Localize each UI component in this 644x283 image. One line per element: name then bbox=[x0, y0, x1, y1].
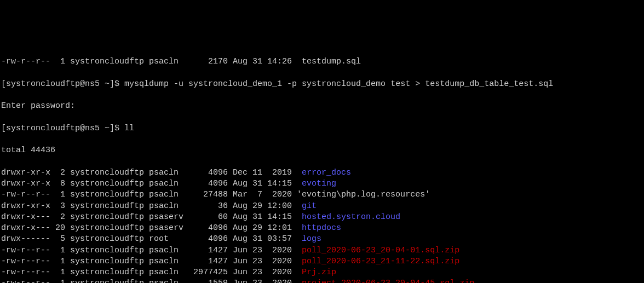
file-name: hosted.systron.cloud bbox=[302, 212, 400, 222]
enter-password-line: Enter password: bbox=[1, 101, 644, 112]
file-metadata: -rw-r--r-- 1 systroncloudftp psacln 2748… bbox=[1, 190, 297, 199]
file-name: Prj.zip bbox=[302, 268, 336, 277]
file-name: 'evoting\php.log.resources' bbox=[297, 190, 430, 199]
list-item: drwxr-xr-x 3 systroncloudftp psacln 36 A… bbox=[1, 201, 644, 212]
list-item: drwxr-x--- 2 systroncloudftp psaserv 60 … bbox=[1, 212, 644, 223]
prompt-2: [systroncloudftp@ns5 ~]$ bbox=[1, 124, 124, 133]
file-metadata: drwxr-xr-x 2 systroncloudftp psacln 4096… bbox=[1, 168, 302, 177]
command-line-1: [systroncloudftp@ns5 ~]$ mysqldump -u sy… bbox=[1, 79, 644, 90]
list-item: -rw-r--r-- 1 systroncloudftp psacln 1427… bbox=[1, 245, 644, 256]
file-listing: drwxr-xr-x 2 systroncloudftp psacln 4096… bbox=[1, 168, 644, 283]
list-item: drwx------ 5 systroncloudftp root 4096 A… bbox=[1, 234, 644, 245]
file-name: poll_2020-06-23_21-11-22.sql.zip bbox=[302, 257, 459, 266]
list-item: drwxr-x--- 20 systroncloudftp psaserv 40… bbox=[1, 223, 644, 234]
file-metadata: drwxr-x--- 20 systroncloudftp psaserv 40… bbox=[1, 223, 302, 233]
list-item: drwxr-xr-x 2 systroncloudftp psacln 4096… bbox=[1, 168, 644, 178]
list-item: -rw-r--r-- 1 systroncloudftp psacln 2748… bbox=[1, 189, 644, 200]
file-metadata: -rw-r--r-- 1 systroncloudftp psacln 1427… bbox=[1, 257, 302, 266]
file-metadata: drwxr-xr-x 3 systroncloudftp psacln 36 A… bbox=[1, 201, 302, 211]
total-line: total 44436 bbox=[1, 145, 644, 156]
file-metadata: drwxr-x--- 2 systroncloudftp psaserv 60 … bbox=[1, 212, 302, 222]
file-metadata: drwxr-xr-x 8 systroncloudftp psacln 4096… bbox=[1, 179, 302, 188]
file-name: poll_2020-06-23_20-04-01.sql.zip bbox=[302, 246, 459, 255]
list-item: -rw-r--r-- 1 systroncloudftp psacln 1559… bbox=[1, 278, 644, 283]
file-metadata: -rw-r--r-- 1 systroncloudftp psacln 2977… bbox=[1, 268, 302, 277]
list-item: -rw-r--r-- 1 systroncloudftp psacln 2977… bbox=[1, 267, 644, 278]
terminal-window[interactable]: -rw-r--r-- 1 systroncloudftp psacln 2170… bbox=[1, 45, 644, 283]
file-metadata: drwx------ 5 systroncloudftp root 4096 A… bbox=[1, 234, 302, 244]
file-name: project_2020-06-23_20-04-45.sql.zip bbox=[302, 279, 474, 283]
command-text-1: mysqldump -u systroncloud_demo_1 -p syst… bbox=[124, 79, 553, 89]
file-metadata: -rw-r--r-- 1 systroncloudftp psacln 1427… bbox=[1, 246, 302, 255]
file-name: logs bbox=[302, 234, 321, 244]
list-item: drwxr-xr-x 8 systroncloudftp psacln 4096… bbox=[1, 178, 644, 189]
file-name: evoting bbox=[302, 179, 336, 188]
file-name: error_docs bbox=[302, 168, 351, 177]
list-item: -rw-r--r-- 1 systroncloudftp psacln 1427… bbox=[1, 256, 644, 267]
file-name: httpdocs bbox=[302, 223, 341, 233]
file-metadata: -rw-r--r-- 1 systroncloudftp psacln 1559… bbox=[1, 279, 302, 283]
prompt-1: [systroncloudftp@ns5 ~]$ bbox=[1, 79, 124, 89]
command-line-2: [systroncloudftp@ns5 ~]$ ll bbox=[1, 123, 644, 134]
file-name: git bbox=[302, 201, 317, 211]
command-text-2: ll bbox=[124, 124, 134, 133]
partial-previous-line: -rw-r--r-- 1 systroncloudftp psacln 2170… bbox=[1, 56, 644, 67]
